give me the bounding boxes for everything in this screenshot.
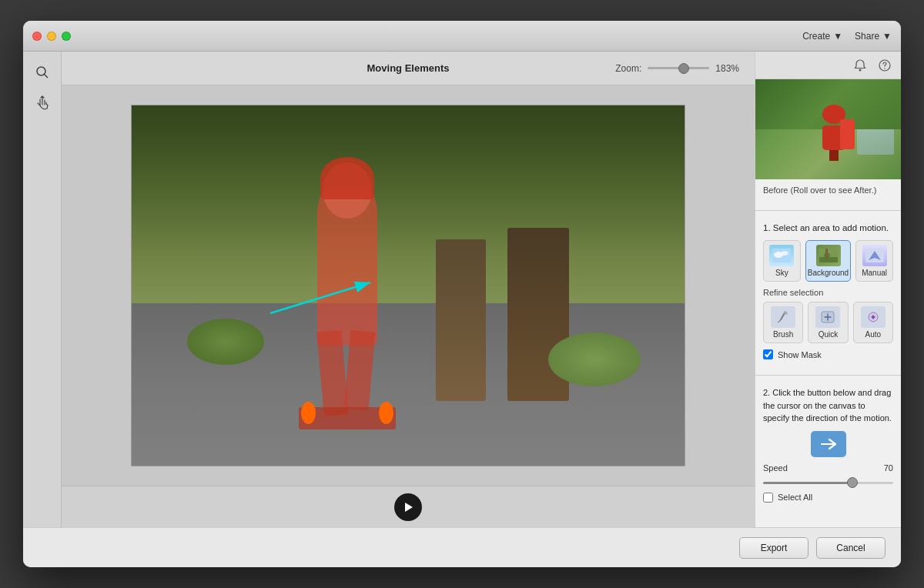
title-bar-actions: Create ▼ Share ▼ — [802, 31, 892, 42]
step1-label: 1. Select an area to add motion. — [763, 222, 893, 234]
show-mask-checkbox[interactable] — [763, 349, 773, 359]
quick-button[interactable]: Quick — [808, 302, 848, 343]
quick-label: Quick — [819, 330, 839, 339]
sky-label: Sky — [775, 269, 788, 277]
auto-icon — [861, 306, 886, 328]
manual-button[interactable]: Manual — [855, 240, 893, 282]
cancel-button[interactable]: Cancel — [816, 537, 886, 559]
show-mask-row: Show Mask — [763, 349, 893, 359]
select-all-checkbox[interactable] — [763, 493, 773, 503]
before-section: Before (Roll over to see After.) — [755, 179, 901, 205]
create-button[interactable]: Create ▼ — [802, 31, 842, 42]
direction-button[interactable] — [811, 431, 846, 457]
svg-point-7 — [884, 68, 885, 68]
step1-section: 1. Select an area to add motion. Sky — [755, 215, 901, 370]
notification-icon[interactable] — [852, 57, 869, 74]
step2-text: 2. Click the button below and drag the c… — [763, 386, 893, 425]
select-all-label: Select All — [778, 493, 812, 502]
zoom-value: 183% — [715, 63, 739, 74]
speed-value: 70 — [884, 463, 893, 473]
brush-icon — [771, 306, 795, 328]
auto-label: Auto — [865, 330, 882, 339]
minimize-button[interactable] — [47, 32, 56, 41]
play-button[interactable] — [394, 493, 422, 521]
speed-slider[interactable] — [763, 482, 893, 484]
right-panel-header — [755, 52, 901, 79]
before-label: Before (Roll over to see After.) — [763, 185, 893, 195]
zoom-slider[interactable] — [648, 67, 709, 69]
share-button[interactable]: Share ▼ — [855, 31, 892, 42]
svg-point-0 — [37, 67, 45, 75]
export-button[interactable]: Export — [739, 537, 808, 559]
select-all-row: Select All — [763, 493, 893, 503]
manual-icon — [862, 245, 887, 266]
refine-label: Refine selection — [763, 288, 893, 297]
auto-button[interactable]: Auto — [853, 302, 893, 343]
svg-point-5 — [859, 68, 862, 71]
sky-button[interactable]: Sky — [763, 240, 801, 282]
svg-point-19 — [872, 316, 874, 319]
app-window: Create ▼ Share ▼ — [23, 21, 901, 567]
canvas-viewport[interactable] — [62, 85, 755, 486]
svg-marker-4 — [405, 503, 413, 512]
svg-point-10 — [781, 251, 788, 256]
title-bar: Create ▼ Share ▼ — [23, 21, 901, 52]
svg-rect-14 — [825, 249, 828, 259]
bush-1 — [187, 319, 264, 365]
preview-image — [755, 79, 901, 179]
search-icon[interactable] — [31, 61, 54, 84]
svg-line-1 — [44, 75, 48, 79]
main-content: Moving Elements Zoom: 183% — [23, 52, 901, 527]
speed-row: Speed 70 — [763, 463, 893, 473]
quick-icon — [815, 306, 840, 328]
refine-buttons: Brush Quick — [763, 302, 893, 343]
pan-icon[interactable] — [31, 92, 54, 115]
background-button[interactable]: Background — [805, 240, 851, 282]
manual-label: Manual — [862, 269, 887, 277]
sky-icon — [769, 245, 794, 266]
step2-section: 2. Click the button below and drag the c… — [755, 380, 901, 509]
traffic-lights — [32, 32, 71, 41]
zoom-label: Zoom: — [615, 63, 641, 74]
canvas-bottom-bar — [62, 486, 755, 527]
person-overlay — [286, 149, 408, 429]
right-panel: Before (Roll over to see After.) 1. Sele… — [755, 52, 901, 527]
speed-label: Speed — [763, 463, 788, 473]
background-label: Background — [808, 269, 849, 277]
footer: Export Cancel — [23, 527, 901, 567]
speed-slider-container — [763, 476, 893, 486]
background-icon — [816, 245, 841, 266]
brush-label: Brush — [773, 330, 793, 339]
show-mask-label: Show Mask — [778, 350, 822, 359]
brush-button[interactable]: Brush — [763, 302, 803, 343]
selection-buttons: Sky Background — [763, 240, 893, 282]
foliage-overlay — [132, 105, 685, 303]
left-toolbar — [23, 52, 62, 527]
canvas-area: Moving Elements Zoom: 183% — [62, 52, 755, 527]
bush-2 — [548, 332, 641, 386]
canvas-title: Moving Elements — [367, 62, 450, 74]
maximize-button[interactable] — [62, 32, 71, 41]
tree-trunk-1 — [436, 239, 486, 401]
image-container — [131, 105, 685, 466]
close-button[interactable] — [32, 32, 42, 41]
zoom-control: Zoom: 183% — [615, 63, 739, 74]
canvas-header: Moving Elements Zoom: 183% — [62, 52, 755, 85]
help-icon[interactable] — [876, 57, 893, 74]
